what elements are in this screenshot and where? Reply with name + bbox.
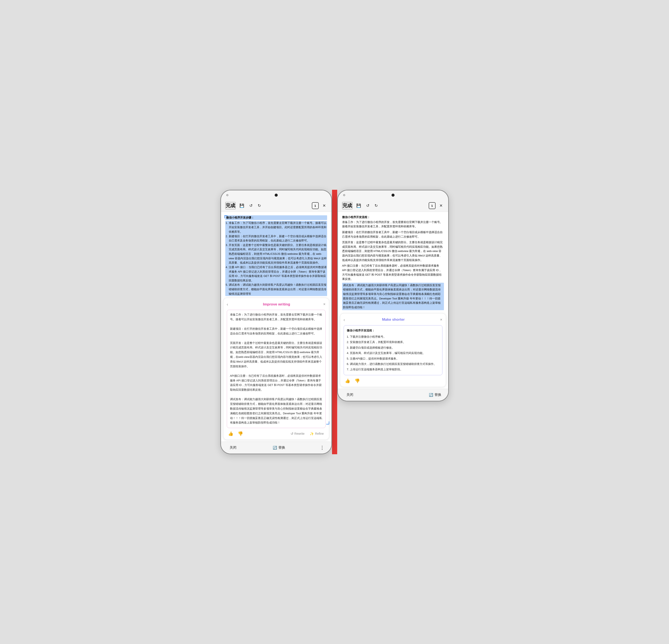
panel-footer-right: 👍 👎 (344, 377, 442, 384)
phone-left: ⊙ 完成 💾 ↺ ↻ 1 ✕ 微信小程序开发步骤： 准备工作：为了写微信小程序，… (220, 190, 332, 454)
selection-bracket-br (326, 421, 329, 424)
replace-icon-right: 🔄 (429, 393, 433, 397)
panel-body-left: 准备工作：为了进行微信小程序的开发，首先需要去官网下载并注册一个账号。接着可以开… (227, 310, 326, 428)
doc-para-2-right: 新建项目：在打开的微信开发者工具中，新建一个空白项目或从模板中选择适合自己需求与… (342, 230, 444, 239)
thumbdown-button-left[interactable]: 👎 (237, 430, 244, 437)
refine-label-left: Refine (315, 432, 324, 435)
page-num-right[interactable]: 1 (429, 202, 436, 209)
doc-item-1-left: 准备工作：为了写微信小程序，首先需要去官网下载并注册一个账号。接着可以开始安装微… (229, 221, 327, 234)
document-area-left: 微信小程序开发步骤： 准备工作：为了写微信小程序，首先需要去官网下载并注册一个账… (221, 212, 331, 298)
doc-para-4-right: API 接口注册：当已经有了后台系统服务器时，必须将其提供对外数据请求服务 AP… (342, 264, 444, 281)
document-area-right: 微信小程序开发流程： 准备工作：为了进行微信小程序的开发，首先需要前往官网下载并… (338, 212, 448, 313)
camera-notch-left (275, 194, 278, 196)
phone-right: ⊙ 完成 💾 ↺ ↻ 1 ✕ 微信小程序开发流程： 准备工作：为了进行微信小程序… (337, 190, 449, 401)
redo-button-right[interactable]: ↻ (373, 202, 379, 209)
more-button-left[interactable]: ⋮ (320, 445, 325, 451)
replace-icon-left: 🔄 (273, 445, 277, 450)
status-icons-left: ⊙ (226, 193, 228, 196)
doc-item-4-left: 注册 API 接口：当我们已经有了后台系统服务器之后，必须将其提供对外数据请求服… (229, 265, 327, 283)
panel-item-5-right: 5. 注册API接口，提供对外数据请求服务。 (347, 356, 439, 361)
redo-button-left[interactable]: ↻ (256, 202, 262, 209)
panel-item-7-right: 7. 上传运行至远端服务器构造上架审核阶段。 (347, 367, 439, 372)
doc-item-3-left: 开发页面：这是整个过程中最繁杂也是最关键的部分。主要任务就是根据设计稿完成页面布… (229, 243, 327, 265)
panel-item-6-right: 6. 调试能力强大，进行函数执行过程跟踪直至报错辅助排查方式等操作。 (347, 362, 439, 366)
panel-content-title-right: 微信小程序开发流程： (347, 328, 439, 333)
bottom-bar-left: 关闭 🔄 替换 ⋮ (221, 442, 331, 454)
doc-item-5-left: 调试发布：调试能力越强大则获得客户高度认同越快！函数执行过程跟踪直至报错辅助排查… (229, 283, 327, 296)
panel-header-right: ‹ Make shorter × (344, 317, 442, 323)
replace-label-right: 替换 (435, 393, 441, 397)
panel-header-left: ‹ Improve writing × (227, 302, 326, 307)
thumbdown-button-right[interactable]: 👎 (353, 377, 361, 384)
doc-list-left: 准备工作：为了写微信小程序，首先需要去官网下载并注册一个账号。接着可以开始安装微… (225, 221, 327, 296)
doc-item-2-left: 新建项目：在打开的微信开发者工具中，新建一个空白项目或从模板中选择适合自己需求及… (229, 234, 327, 243)
rewrite-icon-left: ↺ (290, 432, 294, 436)
close-button-left[interactable]: ✕ (321, 202, 327, 209)
done-button-left[interactable]: 完成 (225, 202, 236, 209)
doc-para-1-right: 准备工作：为了进行微信小程序的开发，首先需要前往官网下载并注册一个账号。接着开始… (342, 220, 444, 229)
thumbup-button-right[interactable]: 👍 (344, 377, 352, 384)
panel-title-left: Improve writing (230, 302, 323, 307)
rewrite-button-left[interactable]: ↺ Rewrite (289, 431, 306, 437)
close-button-right[interactable]: ✕ (438, 202, 444, 209)
panel-body-right: 微信小程序开发流程： 1. 下载并注册微信小程序账号。 2. 安装微信开发者工具… (344, 325, 442, 375)
red-divider (332, 190, 337, 454)
refine-button-left[interactable]: ✨ Refine (308, 431, 325, 437)
replace-label-left: 替换 (278, 445, 285, 450)
document-content-right: 微信小程序开发流程： 准备工作：为了进行微信小程序的开发，首先需要前往官网下载并… (338, 212, 448, 389)
doc-title-left: 微信小程序开发步骤： (225, 215, 327, 220)
doc-title-right: 微信小程序开发流程： (342, 215, 444, 219)
undo-button-left[interactable]: ↺ (248, 202, 254, 209)
close-bottom-left[interactable]: 关闭 (228, 444, 238, 451)
document-content-left: 微信小程序开发步骤： 准备工作：为了写微信小程序，首先需要去官网下载并注册一个账… (221, 212, 331, 442)
panel-item-4-right: 4. 页面布局、样式设计及交互效果等，编写相应代码实现功能。 (347, 351, 439, 355)
panel-item-2-right: 2. 安装微信开发者工具，并配置环境和依赖库。 (347, 340, 439, 345)
save-button-left[interactable]: 💾 (238, 202, 245, 209)
undo-button-right[interactable]: ↺ (365, 202, 371, 209)
panel-item-3-right: 3. 新建空白项目或选择模板进行修改。 (347, 345, 439, 350)
done-button-right[interactable]: 完成 (342, 202, 353, 209)
doc-para-3-right: 页面开发：这是整个过程中最复杂也是最关键的部分。主要任务就是根据设计稿完成页面布… (342, 240, 444, 262)
replace-button-right[interactable]: 🔄 替换 (429, 393, 441, 397)
close-bottom-right[interactable]: 关闭 (345, 392, 355, 398)
panel-footer-left: 👍 👎 ↺ Rewrite ✨ Refine (227, 430, 326, 437)
thumbup-button-left[interactable]: 👍 (227, 430, 235, 437)
panel-item-1-right: 1. 下载并注册微信小程序账号。 (347, 334, 439, 339)
toolbar-right: 完成 💾 ↺ ↻ 1 ✕ (338, 200, 448, 212)
panel-content-left: 准备工作：为了进行微信小程序的开发，首先需要去官网下载并注册一个账号。接着可以开… (230, 312, 322, 425)
bottom-bar-right: 关闭 🔄 替换 (338, 389, 448, 401)
status-bar-right: ⊙ (338, 190, 448, 200)
refine-icon-left: ✨ (310, 432, 314, 436)
status-bar-left: ⊙ (221, 190, 331, 200)
camera-notch-right (392, 194, 395, 196)
panel-close-left[interactable]: × (323, 302, 326, 307)
doc-para-5-right: 调试发布：调试能力越强大则获得客户高度认同越快！函数执行过程跟踪直至报错辅助排查… (342, 283, 444, 310)
toolbar-left: 完成 💾 ↺ ↻ 1 ✕ (221, 200, 331, 212)
status-icons-right: ⊙ (343, 193, 345, 196)
replace-button-left[interactable]: 🔄 替换 (273, 445, 285, 450)
selection-bracket-tl (225, 215, 227, 218)
make-shorter-panel: ‹ Make shorter × 微信小程序开发流程： 1. 下载并注册微信小程… (340, 313, 446, 387)
panel-back-right[interactable]: ‹ (344, 317, 347, 323)
panel-title-right: Make shorter (347, 318, 440, 322)
page-num-left[interactable]: 1 (312, 202, 319, 209)
panel-back-left[interactable]: ‹ (227, 302, 230, 307)
panel-close-right[interactable]: × (440, 318, 442, 322)
rewrite-label-left: Rewrite (295, 432, 304, 435)
improve-writing-panel: ‹ Improve writing × 准备工作：为了进行微信小程序的开发，首先… (223, 298, 329, 440)
save-button-right[interactable]: 💾 (355, 202, 362, 209)
